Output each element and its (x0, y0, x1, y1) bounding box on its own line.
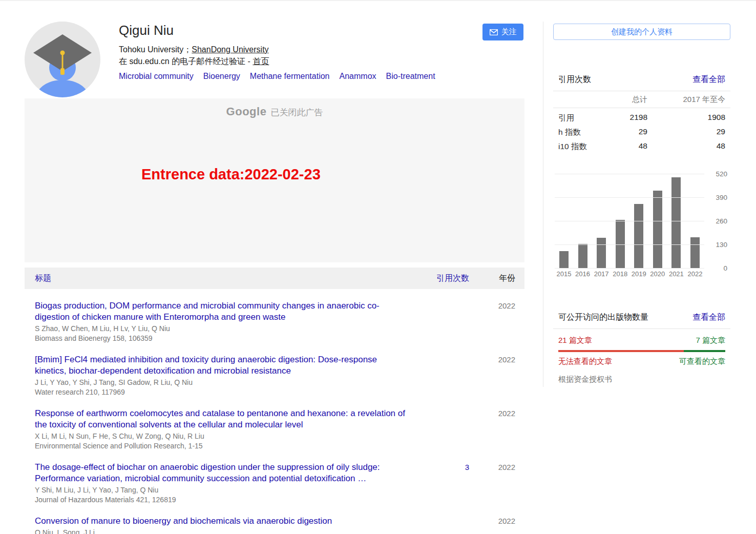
interest-link-bio-treatment[interactable]: Bio-treatment (386, 72, 435, 81)
metric-since: 48 (647, 141, 725, 152)
public-access-widget: 可公开访问的出版物数量 查看全部 21 篇文章 7 篇文章 无法查看的文章 可查… (553, 307, 730, 384)
metric-label: 引用 (558, 113, 601, 124)
metric-total: 48 (601, 141, 647, 152)
interest-link-bioenergy[interactable]: Bioenergy (203, 72, 240, 81)
verified-email-line: 在 sdu.edu.cn 的电子邮件经过验证 - 首页 (119, 56, 269, 67)
publication-citations-link[interactable]: 3 (418, 462, 469, 471)
publication-citations-link[interactable] (418, 354, 469, 355)
chart-y-tick-label: 390 (716, 193, 727, 202)
chart-gridline (555, 244, 704, 245)
chart-y-tick-label: 260 (716, 217, 727, 226)
publications-list: Biogas production, DOM performance and m… (25, 289, 524, 534)
chart-bars (555, 174, 704, 269)
publication-title-link[interactable]: Biogas production, DOM performance and m… (35, 301, 380, 322)
publication-year: 2022 (469, 408, 524, 418)
cited-by-col-total: 总计 (601, 95, 647, 105)
publication-authors: X Li, M Li, N Sun, F He, S Chu, W Zong, … (35, 432, 408, 441)
publication-citations-link[interactable] (418, 516, 469, 517)
homepage-link[interactable]: 首页 (253, 57, 269, 66)
publication-year: 2022 (469, 516, 524, 525)
publication-title-link[interactable]: Conversion of manure to bioenergy and bi… (35, 516, 332, 526)
scholar-profile-page: Qigui Niu Tohoku University；ShanDong Uni… (0, 0, 756, 534)
publication-title-link[interactable]: The dosage-effect of biochar on anaerobi… (35, 462, 380, 483)
publication-year: 2022 (469, 354, 524, 364)
cited-by-title[interactable]: 引用次数 (558, 74, 591, 85)
citations-chart-plot (555, 174, 704, 269)
publication-venue: Journal of Hazardous Materials 421, 1268… (35, 496, 408, 505)
publication-title-link[interactable]: [Bmim] FeCl4 mediated inhibition and tox… (35, 355, 377, 376)
chart-y-tick-label: 0 (723, 264, 727, 273)
chart-bar-2020[interactable] (653, 191, 662, 269)
chart-bar-2016[interactable] (578, 244, 587, 269)
sort-by-title-header[interactable]: 标题 (25, 273, 418, 284)
follow-button-label: 关注 (501, 27, 517, 37)
publication-citations-link[interactable] (418, 408, 469, 409)
vertical-divider (543, 22, 543, 387)
chart-x-tick-label: 2019 (629, 270, 648, 278)
metric-total: 2198 (601, 113, 647, 124)
google-logo: Google (226, 105, 267, 118)
cited-by-col-since: 2017 年至今 (647, 95, 725, 105)
publication-authors: Y Shi, M Liu, J Li, Y Yao, J Tang, Q Niu (35, 486, 408, 495)
interest-link-anammox[interactable]: Anammox (340, 72, 376, 81)
affiliation-link[interactable]: ShanDong University (192, 45, 268, 54)
public-access-view-all-link[interactable]: 查看全部 (692, 312, 725, 323)
chart-x-tick-label: 2021 (667, 270, 685, 278)
affiliation-line: Tohoku University；ShanDong University (119, 45, 269, 55)
chart-x-tick-label: 2018 (611, 270, 629, 278)
chart-bar-2019[interactable] (634, 204, 643, 269)
publication-row: The dosage-effect of biochar on anaerobi… (25, 462, 524, 504)
ad-header: Google已关闭此广告 (25, 105, 524, 118)
public-access-bar-available (684, 350, 726, 352)
publications-table-header: 标题 引用次数 年份 (25, 268, 524, 289)
unavailable-articles-label: 无法查看的文章 (558, 357, 612, 366)
verified-email-text: 在 sdu.edu.cn 的电子邮件经过验证 - (119, 57, 253, 66)
sort-by-year-header[interactable]: 年份 (469, 273, 524, 284)
follow-button[interactable]: 关注 (482, 24, 523, 40)
chart-gridline (555, 197, 704, 198)
chart-bar-2022[interactable] (690, 237, 700, 269)
publication-venue: Biomass and Bioenergy 158, 106359 (35, 334, 408, 343)
metric-since: 1908 (647, 113, 725, 124)
entrance-date-overlay: Entrence data:2022-02-23 (141, 166, 321, 183)
chart-x-tick-label: 2020 (648, 270, 667, 278)
create-profile-button[interactable]: 创建我的个人资料 (553, 24, 730, 40)
page-title: Qigui Niu (119, 23, 174, 38)
cited-by-widget: 引用次数 查看全部 总计 2017 年至今 引用 2198 1908 h 指数 … (553, 69, 730, 154)
affiliation-text: Tohoku University； (119, 45, 192, 54)
ad-placeholder: Google已关闭此广告 Entrence data:2022-02-23 (25, 98, 524, 262)
publication-year: 2022 (469, 300, 524, 310)
interests-row: Microbial community Bioenergy Methane fe… (119, 72, 435, 81)
publication-citations-link[interactable] (418, 300, 469, 301)
publication-row: [Bmim] FeCl4 mediated inhibition and tox… (25, 354, 524, 397)
sort-by-citations-header[interactable]: 引用次数 (418, 273, 469, 284)
chart-bar-2017[interactable] (597, 238, 606, 269)
chart-bar-2021[interactable] (671, 177, 681, 269)
publication-venue: Water research 210, 117969 (35, 388, 408, 397)
available-articles-count-link[interactable]: 7 篇文章 (696, 336, 725, 345)
publication-title-link[interactable]: Response of earthworm coelomocytes and c… (35, 408, 405, 429)
publication-venue: Environmental Science and Pollution Rese… (35, 442, 408, 451)
metric-total: 29 (601, 127, 647, 138)
interest-link-methane-fermentation[interactable]: Methane fermentation (250, 72, 330, 81)
chart-gridline (555, 268, 704, 269)
avatar[interactable] (25, 22, 100, 97)
interest-link-microbial-community[interactable]: Microbial community (119, 72, 194, 81)
public-access-title: 可公开访问的出版物数量 (558, 312, 648, 323)
cited-by-row-h-index: h 指数 29 29 (558, 126, 725, 140)
publication-row: Biogas production, DOM performance and m… (25, 300, 524, 343)
publication-authors: S Zhao, W Chen, M Liu, H Lv, Y Liu, Q Ni… (35, 324, 408, 334)
publication-row: Response of earthworm coelomocytes and c… (25, 408, 524, 450)
ad-closed-text: 已关闭此广告 (270, 108, 323, 117)
public-access-bar-unavailable (558, 350, 684, 352)
chart-bar-2015[interactable] (559, 251, 569, 269)
envelope-icon (490, 29, 498, 35)
chart-y-tick-label: 130 (716, 240, 727, 250)
chart-gridline (555, 174, 704, 174)
cited-by-view-all-link[interactable]: 查看全部 (692, 74, 725, 85)
public-access-footnote: 根据资金授权书 (553, 366, 730, 384)
unavailable-articles-count-link[interactable]: 21 篇文章 (558, 336, 592, 345)
cited-by-row-citations: 引用 2198 1908 (558, 111, 725, 126)
chart-x-tick-label: 2016 (574, 270, 592, 278)
chart-x-tick-label: 2017 (592, 270, 611, 278)
